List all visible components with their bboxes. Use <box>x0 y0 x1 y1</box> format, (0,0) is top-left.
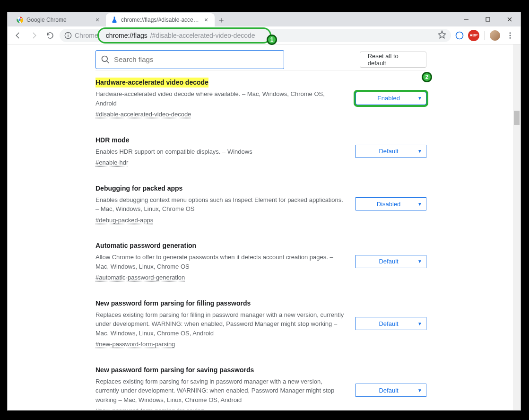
search-icon <box>101 55 110 64</box>
reset-label: Reset all to default <box>368 52 418 67</box>
flag-title: Hardware-accelerated video decode <box>95 78 208 88</box>
flag-title: Automatic password generation <box>95 241 196 251</box>
svg-rect-8 <box>68 35 68 37</box>
address-bar[interactable]: Chrome chrome://flags/#disable-accelerat… <box>60 29 451 42</box>
annotation-badge-2: 2 <box>422 72 432 82</box>
reload-button[interactable] <box>43 29 57 42</box>
flag-row: Hardware-accelerated video decode Hardwa… <box>95 78 426 119</box>
flag-description: Hardware-accelerated video decode where … <box>95 89 344 108</box>
flag-select[interactable]: Default ▼ <box>356 255 426 268</box>
flag-description: Enables HDR support on compatible displa… <box>95 147 344 157</box>
tab-title: Google Chrome <box>26 17 91 23</box>
content-area: Search flags Reset all to default Hardwa… <box>8 44 520 410</box>
flag-select-value: Default <box>360 148 417 155</box>
flag-hash-link[interactable]: #new-password-form-parsing-for-saving <box>95 407 204 410</box>
flag-row: New password form parsing for saving pas… <box>95 365 426 411</box>
search-header: Search flags Reset all to default <box>95 48 426 71</box>
flag-hash-link[interactable]: #enable-hdr <box>95 159 128 166</box>
star-icon[interactable] <box>438 30 446 40</box>
flag-description: Enables debugging context menu options s… <box>95 195 344 214</box>
chrome-favicon-icon <box>16 16 24 24</box>
tab-strip: Google Chrome × chrome://flags/#disable-… <box>8 12 228 26</box>
flag-title: Debugging for packed apps <box>95 184 182 193</box>
chevron-down-icon: ▼ <box>417 321 422 326</box>
flag-select-value: Disabled <box>360 201 417 208</box>
minimize-button[interactable] <box>455 12 477 26</box>
flag-select-value: Default <box>360 320 417 327</box>
browser-window: Google Chrome × chrome://flags/#disable-… <box>7 12 521 411</box>
url-rest: /#disable-accelerated-video-decode <box>150 32 255 39</box>
svg-line-14 <box>107 61 109 63</box>
url-bold: chrome://flags <box>106 32 147 39</box>
flag-description: Replaces existing form parsing for savin… <box>95 377 344 405</box>
chevron-down-icon: ▼ <box>417 259 422 264</box>
flags-favicon-icon <box>111 16 118 24</box>
chevron-down-icon: ▼ <box>417 149 422 154</box>
svg-point-11 <box>510 35 511 36</box>
separator <box>484 31 485 40</box>
tab-active[interactable]: chrome://flags/#disable-accelera × <box>106 13 215 26</box>
flag-select-value: Default <box>360 258 417 265</box>
svg-point-12 <box>510 37 511 38</box>
forward-button[interactable] <box>27 29 41 42</box>
scrollbar-thumb[interactable] <box>514 111 520 125</box>
flag-row: New password form parsing for filling pa… <box>95 298 426 349</box>
close-icon[interactable]: × <box>94 16 101 24</box>
flag-select[interactable]: Default ▼ <box>356 317 426 330</box>
flag-hash-link[interactable]: #debug-packed-apps <box>95 217 153 224</box>
back-button[interactable] <box>11 29 25 42</box>
flag-row: Debugging for packed apps Enables debugg… <box>95 184 426 225</box>
flag-hash-link[interactable]: #automatic-password-generation <box>95 274 185 281</box>
flag-description: Allow Chrome to offer to generate passwo… <box>95 253 344 271</box>
flag-title: HDR mode <box>95 135 130 145</box>
search-flags-input[interactable]: Search flags <box>95 50 284 69</box>
tab-title: chrome://flags/#disable-accelera <box>121 17 199 23</box>
profile-avatar[interactable] <box>489 30 501 41</box>
flags-list: Hardware-accelerated video decode Hardwa… <box>95 78 426 410</box>
svg-point-10 <box>510 32 511 34</box>
svg-point-9 <box>456 32 463 39</box>
flag-hash-link[interactable]: #disable-accelerated-video-decode <box>95 111 191 118</box>
chevron-down-icon: ▼ <box>417 96 422 101</box>
chevron-down-icon: ▼ <box>417 201 422 207</box>
reset-all-button[interactable]: Reset all to default <box>360 52 426 68</box>
flag-select[interactable]: Default ▼ <box>356 384 426 397</box>
toolbar: Chrome chrome://flags/#disable-accelerat… <box>8 26 520 44</box>
title-bar: Google Chrome × chrome://flags/#disable-… <box>8 12 520 26</box>
svg-point-13 <box>102 56 108 61</box>
scrollbar[interactable] <box>513 44 520 410</box>
window-controls <box>455 12 520 26</box>
flag-description: Replaces existing form parsing for filli… <box>95 310 344 338</box>
tab-inactive[interactable]: Google Chrome × <box>11 13 106 26</box>
chevron-down-icon: ▼ <box>417 388 422 393</box>
search-placeholder: Search flags <box>114 55 153 63</box>
extension-circle-icon[interactable] <box>454 30 465 41</box>
flag-hash-link[interactable]: #new-password-form-parsing <box>95 341 175 348</box>
annotation-badge-1: 1 <box>267 35 277 45</box>
close-icon[interactable]: × <box>202 16 210 24</box>
svg-rect-3 <box>486 18 490 21</box>
flag-select[interactable]: Default ▼ <box>356 145 426 158</box>
flag-select-value: Enabled <box>360 95 417 102</box>
window-close-button[interactable] <box>499 12 520 26</box>
maximize-button[interactable] <box>477 12 499 26</box>
site-info-icon[interactable] <box>64 32 72 39</box>
svg-point-7 <box>68 33 69 34</box>
menu-button[interactable] <box>503 29 517 42</box>
flag-row: HDR mode Enables HDR support on compatib… <box>95 135 426 167</box>
flag-select[interactable]: Enabled ▼ <box>356 92 426 105</box>
abp-extension-icon[interactable]: ABP <box>468 30 479 41</box>
flag-select-value: Default <box>360 387 417 394</box>
flag-select[interactable]: Disabled ▼ <box>356 197 426 210</box>
flag-row: Automatic password generation Allow Chro… <box>95 241 426 282</box>
flag-title: New password form parsing for filling pa… <box>95 298 251 308</box>
new-tab-button[interactable]: ＋ <box>215 13 228 26</box>
flag-title: New password form parsing for saving pas… <box>95 365 254 375</box>
url-prefix: Chrome <box>75 32 98 39</box>
